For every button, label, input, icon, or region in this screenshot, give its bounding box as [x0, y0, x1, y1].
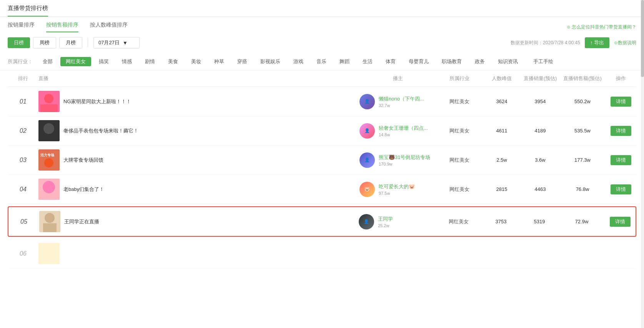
svg-rect-12 — [43, 223, 57, 232]
broadcaster-avatar: 👤 — [359, 152, 375, 168]
peak-viewers: 3753 — [482, 219, 520, 224]
live-thumbnail — [38, 243, 60, 264]
industry-tag-knowledge[interactable]: 知识资讯 — [493, 57, 523, 66]
detail-button[interactable]: 详情 — [611, 97, 631, 107]
live-thumbnail: 活力专场 — [38, 149, 60, 171]
broadcaster-cell: 👤 懒猫nono（下午四... 32.7w — [359, 94, 436, 109]
live-cell: 王同学正在直播 — [39, 211, 359, 232]
header-sales-amount: 直播销售额(预估) — [559, 75, 606, 82]
table-row: 04 老baby们集合了！ 🐷 吃可爱长大的🐷 97.5w 网红美女 281 — [8, 175, 636, 204]
peak-viewers: 2815 — [483, 186, 521, 192]
monthly-btn[interactable]: 月榜 — [59, 37, 82, 49]
header-industry: 所属行业 — [436, 75, 483, 82]
tab-by-sales-count[interactable]: 按销量排序 — [8, 22, 35, 32]
scrollbar-thumb[interactable] — [641, 0, 644, 77]
sales-count: 3954 — [521, 99, 559, 104]
industry-tag-drama[interactable]: 剧情 — [140, 57, 160, 66]
industry-tag-parenting[interactable]: 母婴育儿 — [403, 57, 434, 66]
broadcaster-name: 熊宝🐻31号倒尼坊专场 — [379, 154, 430, 161]
data-explain-link[interactable]: ⊙数据说明 — [614, 40, 636, 46]
peak-viewers: 4611 — [483, 128, 521, 134]
export-button[interactable]: ↑ 导出 — [585, 37, 609, 48]
sales-count: 3.6w — [521, 157, 559, 163]
page-container: 直播带货排行榜 按销量排序 按销售额排序 按人数峰值排序 ⊙ 怎么定位抖音热门带… — [0, 0, 644, 328]
industry-tag-dance[interactable]: 舞蹈 — [334, 57, 355, 66]
live-cell — [38, 243, 359, 264]
sales-count: 5319 — [520, 219, 559, 224]
live-title: 老baby们集合了！ — [63, 186, 104, 193]
sales-amount: 72.9w — [559, 219, 605, 224]
action-cell: 详情 — [605, 217, 636, 227]
broadcaster-info: 懒猫nono（下午四... 32.7w — [379, 95, 424, 108]
rank-number: 02 — [8, 127, 38, 134]
industry-cell: 网红美女 — [436, 98, 483, 105]
live-title: 奢侈品手表包包专场来啦！薅它！ — [63, 127, 138, 134]
rank-number: 05 — [8, 218, 39, 225]
broadcaster-fans: 25.2w — [378, 223, 393, 228]
sales-amount: 535.5w — [559, 128, 606, 134]
industry-tag-career[interactable]: 职场教育 — [436, 57, 467, 66]
header-sales-count: 直播销量(预估) — [521, 75, 559, 82]
sales-amount: 177.3w — [559, 157, 606, 163]
help-link[interactable]: ⊙ 怎么定位抖音热门带货直播间？ — [567, 24, 636, 30]
industry-tag-games[interactable]: 游戏 — [288, 57, 309, 66]
action-cell: 详情 — [606, 155, 636, 165]
table-row-highlighted: 05 王同学正在直播 👤 王同学 25.2w 网红美女 — [8, 206, 636, 237]
broadcaster-fans: 97.5w — [379, 191, 415, 196]
industry-tag-grass[interactable]: 种草 — [209, 57, 230, 66]
industry-label: 所属行业： — [8, 57, 33, 65]
title-bar: 直播带货排行榜 — [0, 0, 644, 17]
date-select[interactable]: 07月27日 ▼ — [93, 37, 140, 49]
table-container: 排行 直播 播主 所属行业 人数峰值 直播销量(预估) 直播销售额(预估) 操作… — [0, 70, 644, 268]
tab-by-peak-viewers[interactable]: 按人数峰值排序 — [90, 22, 128, 32]
broadcaster-avatar: 👤 — [359, 214, 374, 229]
broadcaster-cell: 👤 轻奢女王珊珊（四点... 14.8w — [359, 123, 436, 139]
industry-tag-wanghong[interactable]: 网红美女 — [60, 57, 91, 66]
industry-tag-all[interactable]: 全部 — [37, 57, 58, 66]
daily-btn[interactable]: 日榜 — [8, 37, 30, 48]
svg-rect-13 — [38, 243, 60, 264]
action-cell: 详情 — [606, 126, 636, 136]
industry-tag-beauty[interactable]: 美妆 — [186, 57, 206, 66]
action-cell: 详情 — [606, 184, 636, 194]
industry-tag-music[interactable]: 音乐 — [311, 57, 332, 66]
broadcaster-fans: 170.9w — [379, 162, 430, 166]
controls-right: 数据更新时间：2020/7/28 4:00:45 ↑ 导出 ⊙数据说明 — [511, 37, 636, 48]
sales-count: 4463 — [521, 186, 559, 192]
industry-tag-food[interactable]: 美食 — [163, 57, 183, 66]
industry-tag-handmade[interactable]: 手工手绘 — [528, 57, 559, 66]
broadcaster-cell: 🐷 吃可爱长大的🐷 97.5w — [359, 182, 436, 197]
detail-button[interactable]: 详情 — [611, 184, 631, 194]
live-thumbnail — [38, 91, 60, 112]
live-cell: 老baby们集合了！ — [38, 179, 359, 200]
industry-tag-emotion[interactable]: 情感 — [116, 57, 137, 66]
question-icon: ⊙ — [567, 24, 571, 30]
weekly-btn[interactable]: 周榜 — [33, 37, 56, 49]
industry-tag-entertainment[interactable]: 影视娱乐 — [255, 57, 286, 66]
detail-button[interactable]: 详情 — [611, 126, 631, 136]
broadcaster-name: 吃可爱长大的🐷 — [379, 183, 415, 190]
svg-rect-2 — [40, 104, 58, 112]
rank-number: 01 — [8, 98, 38, 105]
industry-tag-politics[interactable]: 政务 — [469, 57, 490, 66]
broadcaster-avatar: 🐷 — [359, 182, 375, 197]
divider — [88, 38, 88, 47]
peak-viewers: 2.5w — [483, 157, 521, 163]
detail-button[interactable]: 详情 — [610, 217, 631, 227]
broadcaster-fans: 32.7w — [379, 103, 424, 108]
industry-tag-funny[interactable]: 搞笑 — [93, 57, 114, 66]
industry-tag-life[interactable]: 生活 — [357, 57, 378, 66]
industry-cell: 网红美女 — [436, 157, 483, 164]
table-row: 01 NG家明星同款大上新啦！！！ 👤 懒猫nono（下午四... 32.7w — [8, 87, 636, 116]
detail-button[interactable]: 详情 — [611, 155, 631, 165]
scrollbar[interactable] — [641, 0, 644, 328]
industry-tag-sports[interactable]: 体育 — [380, 57, 401, 66]
tab-by-sales-amount[interactable]: 按销售额排序 — [46, 22, 78, 32]
live-cell: NG家明星同款大上新啦！！！ — [38, 91, 359, 112]
rank-number: 03 — [8, 157, 38, 164]
table-row: 02 奢侈品手表包包专场来啦！薅它！ 👤 轻奢女王珊珊（四点... 14.8w … — [8, 116, 636, 146]
broadcaster-name: 轻奢女王珊珊（四点... — [379, 125, 428, 132]
table-row: 03 活力专场 大牌零食专场回馈 👤 熊宝🐻31号倒尼坊专场 170.9w — [8, 146, 636, 175]
svg-point-7 — [44, 158, 53, 167]
industry-tag-fashion[interactable]: 穿搭 — [232, 57, 253, 66]
